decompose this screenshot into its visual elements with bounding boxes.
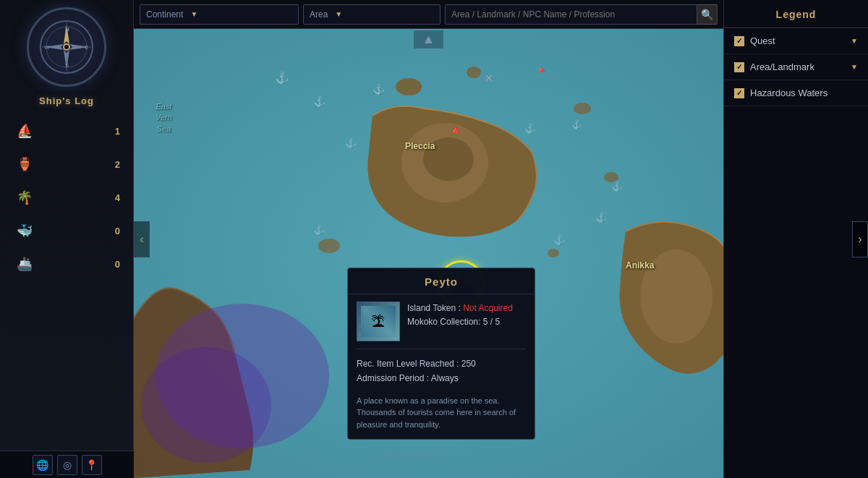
pot-icon: 🏺 [13,153,36,176]
svg-text:E: E [85,44,88,51]
map-marker-2: ⚓ [373,83,385,95]
area-arrow: ▼ [335,10,342,18]
search-box: 🔍 [445,4,718,25]
peyto-tooltip: Peyto Island Token : Not Acquired Mokoko… [347,268,535,440]
mokoko-value: 5 / 5 [483,317,500,327]
map-marker-9: ⚓ [553,234,565,245]
log-items-container: ⛵ 1 🏺 2 🌴 4 🐳 0 🚢 0 [0,112,133,478]
area-label: Area/Landmark [750,61,814,72]
svg-text:S: S [65,62,69,69]
map-marker-1: ⚓ [313,95,326,107]
scroll-up-arrow[interactable]: ▲ [414,30,444,48]
map-marker-3: ⚓ [345,137,357,148]
log-count-4: 0 [106,226,120,236]
legend-quest-left: ✓ Quest [734,35,775,46]
svg-point-28 [318,239,340,253]
tooltip-title: Peyto [348,268,535,294]
svg-point-23 [396,78,422,95]
tooltip-info: Island Token : Not Acquired Mokoko Colle… [407,302,526,329]
area-arrow: ▼ [851,63,858,71]
tooltip-stats: Rec. Item Level Reached : 250 Admission … [357,357,526,386]
log-count-5: 0 [106,259,120,270]
svg-point-25 [574,103,591,114]
map-marker-x: ✕ [485,72,493,84]
map-marker-a2: 🔺 [448,123,463,137]
quest-checkbox[interactable]: ✓ [734,36,744,46]
map-marker-6: ⚓ [611,181,623,192]
sidebar: N S W E Ship's Log ⛵ 1 🏺 2 🌴 4 🐳 0 🚢 0 [0,0,134,478]
admission-period: Admission Period : Always [357,371,526,385]
search-button[interactable]: 🔍 [697,4,717,25]
map-marker-8: ⚓ [313,224,325,235]
island-token-row: Island Token : Not Acquired [407,302,526,315]
mokoko-label: Mokoko Collection: [407,317,483,327]
legend-title: Legend [724,0,868,28]
quest-arrow: ▼ [851,37,858,45]
legend-item-area[interactable]: ✓ Area/Landmark ▼ [724,54,868,80]
svg-point-24 [467,67,481,78]
legend-panel: Legend ✓ Quest ▼ ✓ Area/Landmark ▼ ✓ Haz… [723,0,868,478]
tooltip-body: Island Token : Not Acquired Mokoko Colle… [348,294,535,430]
hazardous-label: Hazardous Waters [750,88,827,98]
compass-button[interactable]: ◎ [57,455,77,475]
svg-text:W: W [44,44,50,51]
pin-button[interactable]: 📍 [82,455,102,475]
voyage-icon: 🚢 [13,252,36,276]
log-item-voyage[interactable]: 🚢 0 [7,248,126,280]
hazardous-checkbox[interactable]: ✓ [734,88,744,98]
continent-label: Continent [146,9,183,20]
legend-hazardous-left: ✓ Hazardous Waters [734,88,827,98]
map-ship-1: ⚓ [275,71,289,85]
tooltip-divider [357,349,526,349]
map-marker-4: ⚓ [524,123,536,134]
island-token-label: Island Token : [407,303,463,313]
svg-text:N: N [65,26,69,33]
log-count-3: 4 [106,192,120,203]
mokoko-row: Mokoko Collection: 5 / 5 [407,315,526,329]
globe-button[interactable]: 🌐 [33,455,53,475]
quest-label: Quest [750,35,775,46]
log-count-1: 1 [106,126,120,137]
log-item-pot[interactable]: 🏺 2 [7,148,126,180]
tooltip-top-row: Island Token : Not Acquired Mokoko Colle… [357,302,526,341]
ocean-label: Atusia Ocean [380,450,445,461]
map-marker-5: ⚓ [571,119,582,129]
log-count-2: 2 [106,159,120,170]
search-input[interactable] [446,9,697,20]
nav-arrow-right[interactable]: › [852,221,868,257]
continent-select[interactable]: Continent ▼ [140,4,299,25]
bottom-nav-bar: 🌐 ◎ 📍 [0,451,134,478]
topbar: Continent ▼ Area ▼ 🔍 [134,0,723,29]
svg-point-22 [640,249,712,343]
svg-point-19 [141,347,271,463]
log-item-island[interactable]: 🌴 4 [7,182,126,213]
island-icon: 🌴 [13,186,36,209]
ship-icon: ⛵ [13,119,36,142]
whale-icon: 🐳 [13,219,36,242]
svg-point-27 [548,249,559,257]
svg-point-7 [64,45,69,49]
map-marker-7: ⚓ [595,212,607,223]
legend-area-left: ✓ Area/Landmark [734,61,814,72]
nav-arrow-left[interactable]: ‹ [134,221,150,257]
compass-logo: N S W E [27,7,106,87]
tooltip-description: A place known as a paradise on the sea. … [357,395,526,431]
area-select[interactable]: Area ▼ [303,4,441,25]
map-marker-a: 🔺 [535,64,548,75]
legend-item-hazardous[interactable]: ✓ Hazardous Waters [724,80,868,106]
log-item-ship[interactable]: ⛵ 1 [7,115,126,147]
svg-point-21 [423,137,474,181]
legend-item-quest[interactable]: ✓ Quest ▼ [724,28,868,54]
rec-item-level: Rec. Item Level Reached : 250 [357,357,526,371]
ships-log-label: Ship's Log [39,95,94,106]
continent-arrow: ▼ [190,10,197,18]
area-label: Area [310,9,328,20]
log-item-whale[interactable]: 🐳 0 [7,215,126,247]
tooltip-island-image [357,302,400,341]
area-checkbox[interactable]: ✓ [734,62,744,72]
island-token-value: Not Acquired [463,303,513,313]
map-scroll-up: ▲ [134,30,723,48]
